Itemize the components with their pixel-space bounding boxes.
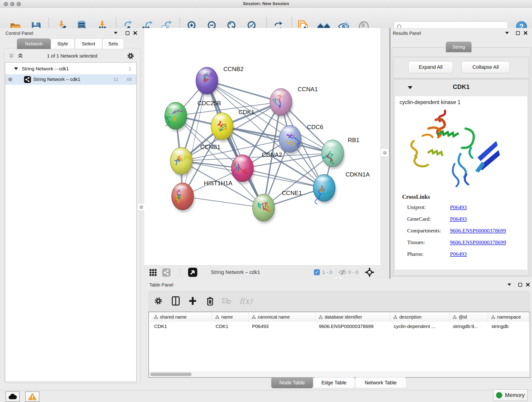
crosslink-link[interactable]: P06493 — [450, 204, 467, 210]
table-cell[interactable]: stringdb — [488, 324, 529, 332]
crosslink-link[interactable]: P06493 — [450, 251, 467, 257]
grid-view-icon[interactable] — [149, 269, 157, 276]
protein-name: CDK1 — [393, 83, 529, 90]
delete-table-button[interactable] — [220, 294, 233, 307]
float-panel-button[interactable] — [515, 30, 521, 36]
cloud-status-button[interactable] — [6, 391, 20, 402]
hidden-eye-slash-icon — [339, 269, 346, 275]
tab-network-table[interactable]: Network Table — [355, 377, 406, 388]
node-label: CDC25B — [197, 100, 221, 107]
table-cell[interactable]: CDK1 — [212, 324, 249, 332]
table-cell[interactable]: CDK1 — [151, 324, 212, 332]
network-options-gear-icon[interactable] — [127, 52, 134, 60]
column-header-id[interactable]: @id — [450, 312, 488, 322]
panel-menu-button[interactable] — [506, 282, 512, 288]
network-node-CCNB2[interactable]: CCNB2 — [196, 65, 244, 96]
network-canvas[interactable]: CCNB2CCNA1CDC25BCDK1CDC6RB1CCNB1CCNA2CDK… — [144, 28, 380, 265]
network-node-HIST1H1A[interactable]: HIST1H1A — [172, 180, 233, 212]
expand-all-button[interactable]: Expand All — [408, 61, 453, 73]
tab-node-table[interactable]: Node Table — [271, 377, 313, 388]
network-view-icon[interactable] — [162, 268, 171, 277]
node-gloss-highlight — [213, 114, 227, 121]
column-type-icon — [453, 315, 457, 319]
tree-expander-icon[interactable] — [14, 67, 18, 70]
panel-divider-line — [389, 28, 390, 279]
current-network-name: String Network – cdk1 — [211, 269, 260, 275]
node-gloss-highlight — [324, 141, 338, 148]
node-table[interactable]: shared name name canonical name database… — [148, 312, 530, 378]
tab-network[interactable]: Network — [17, 38, 51, 49]
node-label: HIST1H1A — [204, 180, 233, 186]
network-node-RB1[interactable]: RB1 — [322, 137, 360, 169]
birdseye-view-icon[interactable] — [188, 268, 197, 277]
crosslink-link[interactable]: 9606.ENSP00000378699 — [450, 228, 506, 234]
results-panel: Results Panel String Expand All Collapse… — [391, 28, 532, 279]
right-splitter-handle[interactable] — [380, 148, 389, 157]
table-panel: Table Panel — [144, 279, 532, 390]
network-view-toolbar: String Network – cdk1 ✓ 1 - 0 0 - 0 — [144, 265, 380, 279]
delete-column-button[interactable] — [204, 294, 216, 307]
collapse-all-icon[interactable] — [9, 53, 14, 59]
protein-description: cyclin-dependent kinase 1 — [399, 99, 461, 105]
column-header-canonicalname[interactable]: canonical name — [249, 312, 316, 322]
tab-select[interactable]: Select — [75, 38, 102, 49]
table-cell[interactable]: P06493 — [249, 324, 316, 332]
node-gloss-highlight — [272, 90, 286, 96]
close-panel-button[interactable] — [525, 282, 531, 288]
network-edge[interactable] — [183, 81, 207, 196]
expand-all-icon[interactable] — [18, 53, 23, 59]
collapse-all-button[interactable]: Collapse All — [462, 61, 510, 73]
function-builder-button[interactable]: f(x) — [237, 294, 255, 307]
table-cell[interactable]: 9606.ENSP00000378699 — [316, 324, 390, 332]
node-label: RB1 — [348, 137, 360, 143]
create-column-button[interactable] — [186, 294, 199, 307]
node-label: CCNA2 — [262, 151, 282, 158]
protein-structure-image — [406, 107, 500, 196]
network-selector-bar: 1 of 1 Network selected — [5, 51, 140, 61]
column-header-sharedname[interactable]: shared name — [151, 312, 212, 322]
column-header-name[interactable]: name — [212, 312, 249, 322]
warning-triangle-icon — [28, 393, 36, 400]
network-node-CDKN1A[interactable]: CDKN1A — [313, 171, 370, 204]
network-collection-row[interactable]: String Network – cdk1 1 — [5, 64, 136, 74]
column-header-description[interactable]: description — [390, 312, 450, 322]
float-panel-button[interactable] — [124, 30, 130, 36]
table-cell[interactable]: cyclin-dependent ... — [390, 324, 450, 332]
tab-edge-table[interactable]: Edge Table — [313, 377, 355, 388]
panel-menu-button[interactable] — [504, 30, 510, 36]
column-type-icon — [215, 315, 219, 319]
tab-string[interactable]: String — [446, 42, 472, 52]
crosslink-link[interactable]: 9606.ENSP00000378699 — [450, 239, 506, 245]
network-node-CCNE1[interactable]: CCNE1 — [253, 190, 302, 223]
memory-button[interactable]: Memory — [493, 389, 527, 401]
close-panel-button[interactable] — [523, 30, 529, 36]
network-node-CCNA1[interactable]: CCNA1 — [270, 86, 318, 118]
main-toolbar: ? — [0, 7, 532, 28]
network-state-dot — [8, 77, 12, 81]
network-icon — [24, 76, 31, 83]
panel-menu-button[interactable] — [113, 30, 119, 36]
selected-checkbox[interactable]: ✓ — [314, 269, 320, 275]
table-cell[interactable]: stringdb:9... — [450, 324, 488, 332]
fit-content-crosshair-icon[interactable] — [365, 268, 374, 277]
close-panel-button[interactable] — [132, 30, 138, 36]
control-panel: Control Panel Network Style Select Sets … — [0, 28, 144, 390]
table-hscrollbar[interactable] — [149, 371, 529, 377]
trash-icon — [206, 296, 214, 306]
expand-collapse-box: Expand All Collapse All — [393, 57, 529, 78]
network-edge[interactable] — [242, 168, 324, 188]
table-settings-button[interactable] — [152, 294, 165, 307]
left-splitter-handle[interactable] — [138, 203, 145, 211]
float-panel-button[interactable] — [517, 282, 523, 288]
column-header-namespace[interactable]: namespace — [488, 312, 529, 322]
network-label: String Network – cdk1 — [33, 77, 80, 82]
scrollbar-thumb[interactable] — [150, 373, 191, 376]
crosslink-link[interactable]: P06493 — [450, 216, 467, 222]
separator — [180, 268, 180, 277]
network-row-selected[interactable]: String Network – cdk1 11 48 — [5, 74, 136, 85]
tab-sets[interactable]: Sets — [102, 38, 124, 49]
show-columns-button[interactable] — [169, 294, 182, 307]
warning-status-button[interactable] — [25, 391, 39, 402]
column-header-databaseidentifier[interactable]: database identifier — [316, 312, 390, 322]
tab-style[interactable]: Style — [51, 38, 75, 49]
